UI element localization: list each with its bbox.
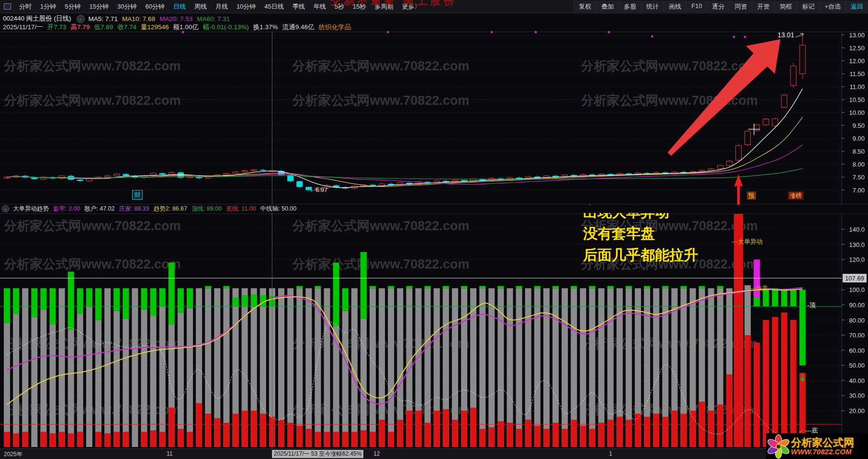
indicator-bar-green <box>333 263 339 326</box>
indicator-bar-red <box>251 411 257 447</box>
indicator-bar-green <box>662 286 668 289</box>
indicator-bar-green <box>315 286 321 289</box>
indicator-bar-gray <box>534 288 541 447</box>
annotation-line-3: 后面几乎都能拉升 <box>583 244 698 266</box>
toolbar-item-F10[interactable]: F10 <box>686 1 707 12</box>
menu-item-60分钟[interactable]: 60分钟 <box>141 2 169 11</box>
indicator-bar-red <box>141 432 147 447</box>
toolbar-item-同资[interactable]: 同资 <box>729 1 752 12</box>
indicator-bar-red <box>361 430 367 447</box>
indicator-bar-red <box>497 421 504 447</box>
toolbar-item-逐分[interactable]: 逐分 <box>707 1 729 12</box>
indicator-bar-gray <box>113 311 120 447</box>
indicator-bar-green <box>571 286 577 289</box>
menu-item-周线[interactable]: 周线 <box>190 2 211 11</box>
indicator-bar-red <box>104 433 111 447</box>
indicator-bar-red <box>397 420 403 447</box>
stock-info-line: 002440 闽土股份 (日线) ⌄ MA5: 7.71MA10: 7.68MA… <box>3 14 234 23</box>
indicator-bar-red <box>150 430 157 447</box>
indicator-bar-red <box>671 411 677 447</box>
menu-item-季线[interactable]: 季线 <box>288 2 309 11</box>
toolbar-item-返回[interactable]: 返回 <box>845 1 868 12</box>
indicator-values: 大单异动趋势套牢: 2.00散户: 47.02庄家: 88.33趋势2: 86.… <box>13 205 301 213</box>
indicator-bar-red <box>653 414 659 447</box>
indicator-bar-green <box>461 286 467 289</box>
window-icon[interactable] <box>4 3 11 10</box>
indicator-bar-red <box>287 423 293 447</box>
menu-item-10分钟[interactable]: 10分钟 <box>232 2 260 11</box>
value-segment: 量129546 <box>141 23 169 32</box>
indicator-bar-red <box>305 429 312 447</box>
indicator-axis-label: 140.0 <box>849 226 865 233</box>
chevron-down-icon[interactable]: ⌄ <box>77 15 85 23</box>
indicator-bar-red <box>598 423 605 447</box>
indicator-collapse-icon[interactable]: ⌄ <box>2 205 9 213</box>
indicator-bar-red <box>416 411 422 447</box>
menu-item-45日线[interactable]: 45日线 <box>260 2 288 11</box>
indicator-bar-green <box>233 297 239 306</box>
indicator-bar-red <box>525 420 531 447</box>
indicator-bar-red <box>516 429 522 447</box>
toolbar-item-开资[interactable]: 开资 <box>752 1 774 12</box>
menu-item-日线[interactable]: 日线 <box>169 2 190 11</box>
indicator-bar-green <box>223 286 229 289</box>
value-segment: 趋势2: 86.67 <box>154 205 187 212</box>
forecast-badge[interactable]: 预 <box>747 191 756 200</box>
indicator-bar-green <box>388 286 394 289</box>
indicator-bar-green <box>86 288 92 306</box>
indicator-bar-red <box>662 417 668 447</box>
indicator-axis-label: 60.00 <box>849 347 865 354</box>
indicator-bar-red <box>223 423 229 447</box>
indicator-bar-red <box>626 420 632 447</box>
indicator-bar-red <box>242 411 248 447</box>
indicator-axis-label: 50.00 <box>849 362 865 369</box>
axis-month-label: 11 <box>167 450 172 457</box>
menu-item-分时[interactable]: 分时 <box>15 2 36 11</box>
indicator-bar-gray <box>150 315 157 447</box>
indicator-bar-red <box>425 423 431 447</box>
toolbar-item-多股[interactable]: 多股 <box>619 1 641 12</box>
indicator-bar-red <box>790 320 797 447</box>
menu-item-月线[interactable]: 月线 <box>211 2 232 11</box>
toolbar-item-统计[interactable]: 统计 <box>641 1 664 12</box>
indicator-bar-green <box>589 286 595 289</box>
axis-month-label: 1 <box>609 450 612 457</box>
finance-badge[interactable]: 财 <box>132 190 143 200</box>
indicator-axis-label: 100.0 <box>849 286 865 293</box>
indicator-axis-label: 130.0 <box>849 241 865 248</box>
indicator-bar-green <box>187 288 193 308</box>
toolbar-item-叠加[interactable]: 叠加 <box>596 1 619 12</box>
indicator-bar-gray <box>59 288 65 447</box>
gainers-badge[interactable]: 涨榜 <box>788 191 803 200</box>
toolbar-menu-items: 复权叠加多股统计画线F10逐分同资开资简框标记+自选返回 <box>574 1 868 12</box>
menu-item-1分钟[interactable]: 1分钟 <box>36 2 60 11</box>
value-segment: 纺织化学品 <box>318 23 351 32</box>
indicator-bar-red <box>22 432 28 447</box>
menu-item-5分钟[interactable]: 5分钟 <box>60 2 85 11</box>
indicator-bar-red <box>644 417 650 447</box>
indicator-bar-red <box>342 432 349 447</box>
indicator-bar-red <box>434 411 440 447</box>
indicator-bar-red <box>543 429 550 447</box>
menu-item-年线[interactable]: 年线 <box>309 2 330 11</box>
toolbar-item-+自选[interactable]: +自选 <box>819 1 845 12</box>
axis-month-label: 12 <box>373 450 380 457</box>
indicator-bar-red <box>370 432 376 447</box>
toolbar-item-复权[interactable]: 复权 <box>574 1 596 12</box>
big-order-signal-label: ---大单异动 <box>732 237 763 246</box>
indicator-panel-chart[interactable]: 140.0130.0120.0100.090.0080.0070.0060.00… <box>0 0 868 459</box>
indicator-bar-red <box>296 426 303 447</box>
indicator-bar-gray <box>479 288 485 447</box>
indicator-bar-red <box>205 414 211 447</box>
toolbar-item-标记[interactable]: 标记 <box>797 1 819 12</box>
toolbar-item-简框[interactable]: 简框 <box>774 1 797 12</box>
menu-item-15分钟[interactable]: 15分钟 <box>85 2 113 11</box>
indicator-bar-green <box>169 263 175 325</box>
indicator-bar-red <box>95 432 101 447</box>
logo-site-url: WWW.70822.COM <box>791 448 854 456</box>
toolbar-item-画线[interactable]: 画线 <box>664 1 686 12</box>
indicator-bar-red <box>781 313 788 447</box>
time-axis-bar[interactable]: 2025年 11 2025/11/17/一 53 至今涨幅62.45% 12 1 <box>0 448 868 459</box>
menu-item-30分钟[interactable]: 30分钟 <box>113 2 141 11</box>
indicator-bar-red <box>196 403 202 447</box>
